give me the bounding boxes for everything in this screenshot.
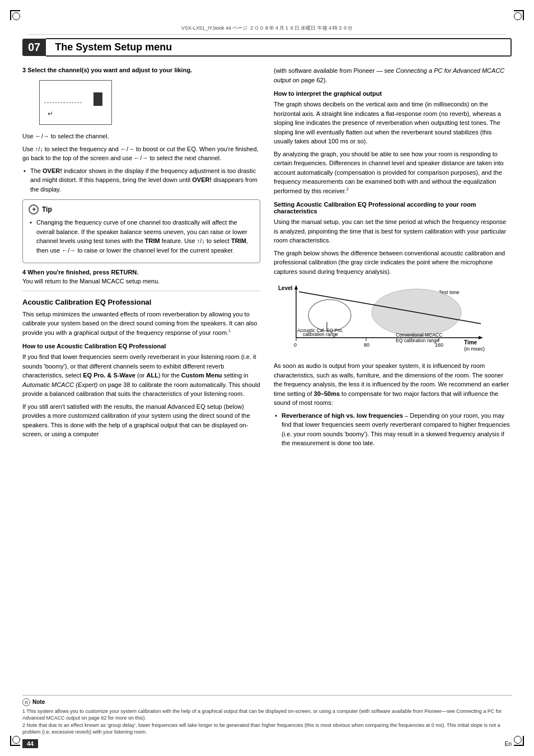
svg-text:0: 0: [294, 342, 297, 348]
reverb-bullet: Reverberance of high vs. low frequencies…: [274, 411, 512, 448]
svg-marker-2: [294, 285, 298, 290]
note-header: n Note: [22, 698, 512, 706]
page-lang: En: [505, 741, 512, 747]
subsec2-body1: The graph shows decibels on the vertical…: [274, 100, 512, 146]
section-divider-1: [22, 291, 260, 291]
svg-text:(in msec): (in msec): [464, 346, 485, 352]
svg-point-15: [308, 300, 351, 331]
chapter-header: 07 The System Setup menu: [22, 38, 512, 57]
footnote1-ref: 1: [228, 329, 231, 333]
eq-screen-inner: ↵: [44, 85, 107, 120]
file-info-bar: VSX-LX51_IY.book 44 ページ ２００８年４月１６日 水曜日 午…: [28, 25, 506, 35]
note-icon: n: [22, 698, 30, 706]
note-box: n Note 1 This system allows you to custo…: [22, 695, 512, 736]
step3-use2: Use ↑/↓ to select the frequency and ←/→ …: [22, 144, 260, 163]
subsec3-body2: The graph below shows the difference bet…: [274, 249, 512, 277]
subsec1-body1: If you find that lower frequencies seem …: [22, 352, 260, 399]
over-bullet: The OVER! indicator shows in the display…: [22, 166, 260, 194]
page-number: 44: [22, 739, 38, 748]
subsec3-body3: As soon as audio is output from your spe…: [274, 361, 512, 408]
svg-text:Conventional MCACC: Conventional MCACC: [396, 332, 442, 338]
subsec2-body2: By analyzing the graph, you should be ab…: [274, 150, 512, 196]
svg-text:80: 80: [364, 342, 369, 348]
svg-text:EQ calibration range: EQ calibration range: [396, 338, 439, 343]
tip-box: ✦ Tip Changing the frequency curve of on…: [22, 199, 260, 263]
left-column: 3 Select the channel(s) you want and adj…: [22, 66, 260, 722]
svg-marker-3: [479, 336, 483, 339]
circle-br: [514, 736, 522, 744]
circle-tr: [514, 12, 522, 20]
eq-pro-graph: Level Time (in msec) 0 80 160 Test tone: [274, 282, 492, 354]
note1-text: 1 This system allows you to customize yo…: [22, 708, 512, 722]
svg-text:Level: Level: [278, 285, 293, 291]
svg-text:calibration range: calibration range: [303, 332, 338, 337]
note-label: Note: [32, 699, 45, 705]
chapter-number: 07: [22, 39, 46, 56]
step3-use1: Use ←/→ to select the channel.: [22, 132, 260, 141]
subsec3-body1: Using the manual setup, you can set the …: [274, 217, 512, 245]
subsec1-heading: How to use Acoustic Calibration EQ Profe…: [22, 343, 260, 349]
circle-bl: [12, 736, 20, 744]
svg-text:Time: Time: [464, 339, 477, 346]
eq-cursor: [93, 92, 102, 106]
subsec2-heading: How to interpret the graphical output: [274, 90, 512, 97]
section1-body1: This setup minimizes the unwanted effect…: [22, 310, 260, 338]
right-intro: (with software available from Pioneer — …: [274, 66, 512, 85]
tip-icon: ✦: [29, 204, 39, 214]
eq-arrow: ↵: [48, 110, 53, 118]
eq-screen: ↵: [39, 80, 112, 125]
subsec3-heading: Setting Acoustic Calibration EQ Professi…: [274, 201, 512, 214]
graph-container: Level Time (in msec) 0 80 160 Test tone: [274, 282, 512, 356]
tip-bullet: Changing the frequency curve of one chan…: [29, 218, 254, 255]
step4-heading: 4 When you're finished, press RETURN.: [22, 269, 260, 276]
right-column: (with software available from Pioneer — …: [274, 66, 512, 722]
step3-heading: 3 Select the channel(s) you want and adj…: [22, 66, 260, 74]
subsec1-body2: If you still aren't satisfied with the r…: [22, 402, 260, 439]
eq-screen-container: ↵: [39, 80, 249, 126]
tip-label: Tip: [42, 206, 52, 213]
main-content: 3 Select the channel(s) you want and adj…: [22, 66, 512, 722]
circle-tl: [12, 12, 20, 20]
footnote2-ref: 2: [346, 187, 349, 191]
page-number-bar: 44 En: [22, 739, 512, 748]
tip-header: ✦ Tip: [29, 204, 254, 214]
chapter-title: The System Setup menu: [46, 38, 512, 57]
file-info-text: VSX-LX51_IY.book 44 ページ ２００８年４月１６日 水曜日 午…: [181, 25, 353, 31]
eq-dashed-line: [44, 102, 82, 103]
step4-body: You will return to the Manual MCACC setu…: [22, 277, 260, 286]
note2-text: 2 Note that due to an effect known as 'g…: [22, 722, 512, 736]
section1-heading: Acoustic Calibration EQ Professional: [22, 298, 260, 306]
